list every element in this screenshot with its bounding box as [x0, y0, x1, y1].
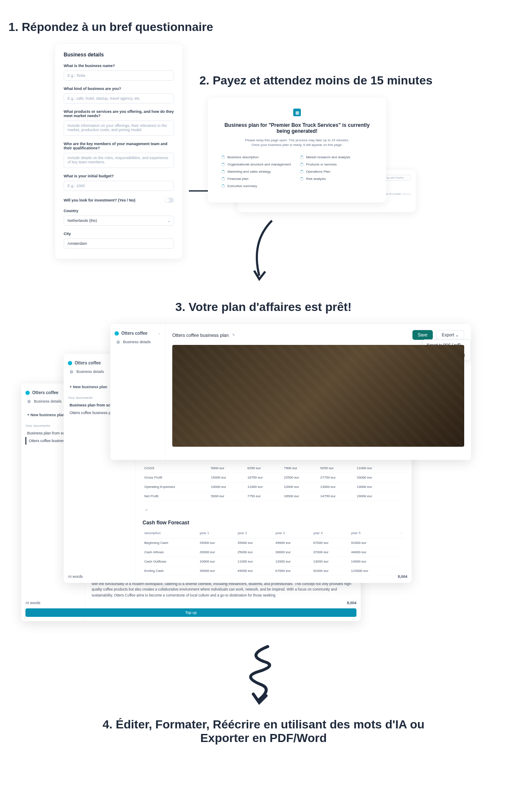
table-cell[interactable]: 6250 eur: [246, 464, 282, 473]
table-cell[interactable]: 22500 eur: [282, 473, 319, 482]
table-cell[interactable]: 10000 eur: [198, 557, 236, 566]
q-kind: What kind of business are you?: [64, 87, 174, 91]
spinner-icon: [300, 177, 303, 181]
doc-generating-icon: ▦: [293, 109, 301, 116]
project-selector[interactable]: Otters coffee ⌄: [115, 329, 161, 337]
chevron-down-icon: ⌄: [455, 333, 459, 337]
spinner-icon: [221, 163, 225, 166]
table-cell[interactable]: 30000 eur: [274, 548, 311, 557]
input-business-name[interactable]: E.g.: Tesla: [64, 70, 174, 81]
spinner-icon: [221, 170, 225, 174]
select-country[interactable]: Netherlands (the): [64, 216, 174, 226]
tax-label: Tax ID number: [384, 193, 401, 195]
q-business-name: What is the business name?: [64, 64, 174, 68]
table-cell[interactable]: 19000 eur: [355, 492, 392, 501]
project-name: Otters coffee: [75, 361, 101, 365]
export-button[interactable]: Export ⌄: [436, 330, 464, 340]
table-cell[interactable]: Cash Inflows: [143, 548, 198, 557]
table-cell[interactable]: 20000 eur: [198, 548, 236, 557]
table-cell[interactable]: 12000 eur: [274, 557, 311, 566]
table-cell[interactable]: 7750 eur: [246, 492, 282, 501]
table-cell[interactable]: Operating Expenses: [143, 482, 209, 492]
table-cell[interactable]: 25000 eur: [236, 548, 274, 557]
gen-item: Financial plan: [221, 177, 294, 181]
table-header: year 1: [198, 528, 236, 538]
table-cell[interactable]: 11000 eur: [355, 464, 392, 473]
table-cell[interactable]: 13000 eur: [311, 557, 349, 566]
add-row-button[interactable]: ＋: [143, 505, 405, 515]
table-row: Operating Expenses10000 eur11000 eur1200…: [143, 482, 405, 492]
table-cell[interactable]: Beginning Cash: [143, 538, 198, 548]
table-row: Gross Profit15000 eur18750 eur22500 eur2…: [143, 473, 405, 482]
table-cell[interactable]: 14750 eur: [319, 492, 355, 501]
input-budget[interactable]: E.g.: 1000: [64, 181, 174, 191]
table-cell[interactable]: 10500 eur: [282, 492, 319, 501]
sidebar-business-details[interactable]: Business details: [115, 337, 161, 347]
add-column-button[interactable]: ＋: [391, 528, 405, 538]
table-cell[interactable]: 37000 eur: [311, 548, 349, 557]
table-header: year 5: [349, 528, 391, 538]
table-cell[interactable]: 67000 eur: [311, 538, 349, 548]
input-products[interactable]: Include information on your offerings, t…: [64, 120, 174, 136]
table-cell[interactable]: 12000 eur: [282, 482, 319, 492]
cf-forecast-heading: Cash flow Forecast: [143, 520, 405, 526]
table-cell[interactable]: 11000 eur: [246, 482, 282, 492]
table-cell[interactable]: 5000 eur: [209, 464, 246, 473]
spinner-icon: [300, 163, 303, 166]
table-header: year 3: [274, 528, 311, 538]
toggle-investment[interactable]: [165, 198, 174, 203]
project-dot-icon: [115, 331, 119, 336]
editor-panel-front: Otters coffee ⌄ Business details Otters …: [110, 324, 471, 460]
gen-item: Executive summary: [221, 184, 294, 188]
add-row-button[interactable]: ＋: [143, 580, 405, 583]
table-cell[interactable]: 15000 eur: [209, 473, 246, 482]
table-cell[interactable]: 7500 eur: [282, 464, 319, 473]
step3-title: 3. Votre plan d'affaires est prêt!: [8, 300, 519, 314]
table-cell[interactable]: 44000 eur: [349, 548, 391, 557]
table-cell[interactable]: 11000 eur: [236, 557, 274, 566]
table-cell[interactable]: 9250 eur: [319, 464, 355, 473]
form-heading: Business details: [64, 52, 174, 58]
table-cell[interactable]: 27750 eur: [319, 473, 355, 482]
table-cell[interactable]: Cash Outflows: [143, 557, 198, 566]
edit-icon[interactable]: ✎: [232, 333, 235, 337]
table-row: Cash Inflows20000 eur25000 eur30000 eur3…: [143, 548, 405, 557]
table-cell[interactable]: 49000 eur: [274, 538, 311, 548]
q-country: Country: [64, 209, 174, 213]
table-cell[interactable]: Net Profit: [143, 492, 209, 501]
table-cell[interactable]: 35000 eur: [236, 538, 274, 548]
spinner-icon: [221, 177, 225, 181]
table-cell[interactable]: 5000 eur: [209, 492, 246, 501]
gear-icon: [116, 340, 121, 344]
table-cell[interactable]: COGS: [143, 464, 209, 473]
gen-item: Market research and analysis: [300, 155, 373, 159]
spinner-icon: [221, 185, 225, 188]
ai-words-count: 8,004: [398, 574, 407, 579]
table-cell[interactable]: 13000 eur: [319, 482, 355, 492]
save-button[interactable]: Save: [412, 330, 433, 340]
spinner-icon: [300, 156, 303, 159]
table-cell[interactable]: 18750 eur: [246, 473, 282, 482]
table-cell[interactable]: 91000 eur: [349, 538, 391, 548]
sidebar: Otters coffee ⌄ Business details: [110, 324, 165, 460]
generation-card: ▦ Business plan for "Premier Box Truck S…: [208, 98, 386, 202]
table-cell[interactable]: 25000 eur: [198, 538, 236, 548]
q-budget: What is your initial budget?: [64, 174, 174, 178]
input-kind[interactable]: E.g.: cafe, hotel, startup, travel agenc…: [64, 93, 174, 104]
tax-optional: optional: [402, 193, 411, 195]
input-team[interactable]: Include details on the roles, responsibi…: [64, 153, 174, 168]
cf-table: descriptionyear 1year 2year 3year 4year …: [143, 528, 405, 576]
chevron-down-icon: ⌄: [158, 331, 161, 335]
input-city[interactable]: Amsterdam: [64, 238, 174, 249]
table-cell[interactable]: Gross Profit: [143, 473, 209, 482]
table-cell[interactable]: 14000 eur: [349, 557, 391, 566]
step4-title: 4. Éditer, Formater, Réécrire en utilisa…: [102, 718, 425, 745]
gear-icon: [70, 370, 74, 374]
q-investment: Will you look for investment? (Yes / No): [64, 198, 135, 202]
ai-words-label: AI words: [25, 601, 40, 605]
table-cell[interactable]: 33000 eur: [355, 473, 392, 482]
table-header: year 4: [311, 528, 349, 538]
table-cell[interactable]: 14000 eur: [355, 482, 392, 492]
table-cell[interactable]: 10000 eur: [209, 482, 246, 492]
q-team: Who are the key members of your manageme…: [64, 142, 174, 150]
